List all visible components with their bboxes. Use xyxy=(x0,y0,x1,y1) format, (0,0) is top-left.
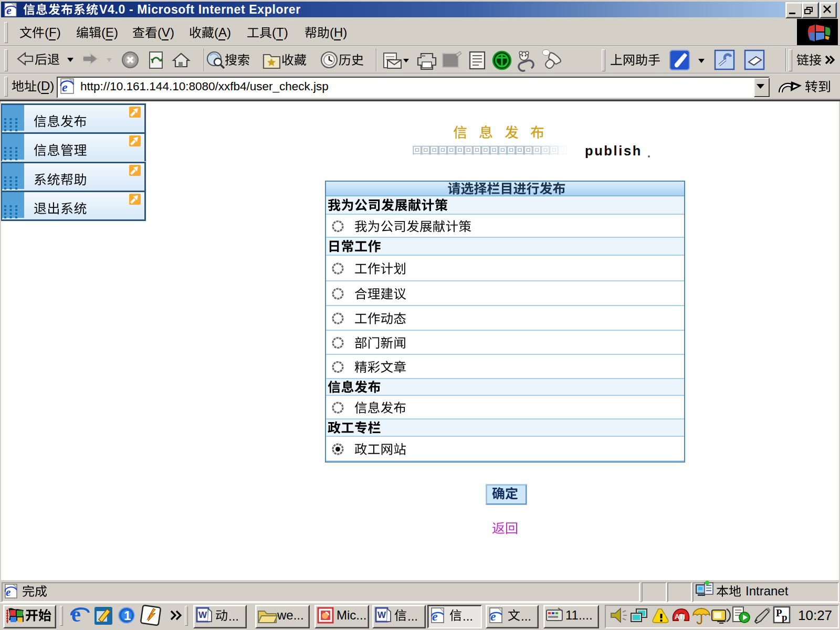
svg-text:(V): (V) xyxy=(158,25,174,39)
svg-text:(A): (A) xyxy=(214,25,231,39)
svg-text:(T): (T) xyxy=(272,25,288,39)
svg-text:(H): (H) xyxy=(330,25,347,39)
svg-text:(F): (F) xyxy=(45,25,61,39)
svg-text:(E): (E) xyxy=(101,25,118,39)
svg-text:(D): (D) xyxy=(37,79,54,93)
